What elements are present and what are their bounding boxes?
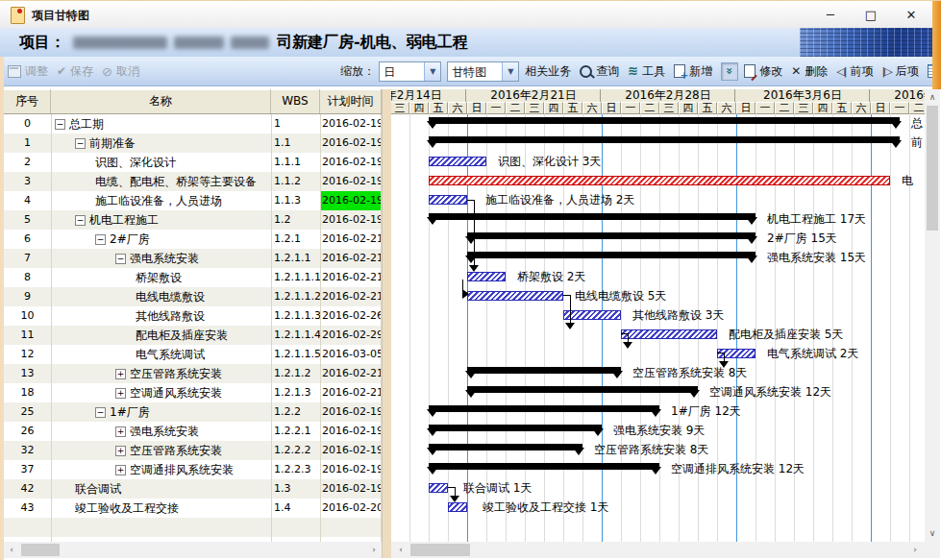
gantt-task-bar[interactable] <box>429 157 486 166</box>
scrollbar-thumb[interactable] <box>927 106 938 231</box>
timescale-day-cell: 六 <box>448 102 467 114</box>
zoom-select[interactable]: 日▼ <box>379 61 441 82</box>
gantt-summary-bar[interactable] <box>429 444 582 450</box>
add-button[interactable]: 新增 <box>674 63 712 80</box>
timescale-week-label: 2016年2月21日 <box>467 89 601 102</box>
row-seq: 18 <box>4 383 51 402</box>
gantt-summary-bar[interactable] <box>429 405 659 412</box>
header-decoration-building <box>800 28 932 57</box>
timescale-day-cell: 四 <box>679 102 698 114</box>
save-button[interactable]: ✔保存 <box>57 63 93 80</box>
table-row[interactable]: 12电气系统调试1.2.1.1.52016-03-05 <box>4 345 382 364</box>
column-header-3[interactable]: WBS <box>271 89 320 113</box>
expand-chevron-button[interactable]: » <box>721 62 738 81</box>
scrollbar-thumb[interactable] <box>21 544 60 556</box>
adjust-button[interactable]: 调整 <box>8 63 48 80</box>
gantt-summary-bar[interactable] <box>429 425 602 431</box>
gantt-task-bar[interactable] <box>717 349 755 358</box>
tools-button[interactable]: ≋工具 <box>628 63 665 80</box>
prev-item-button[interactable]: ◁|前项 <box>836 63 873 80</box>
expand-icon[interactable]: + <box>115 446 126 456</box>
gantt-vertical-scrollbar[interactable]: ∧ ∨ <box>925 89 940 542</box>
view-select[interactable]: 甘特图▼ <box>447 61 519 82</box>
scroll-right-icon[interactable]: › <box>366 542 382 558</box>
gantt-summary-bar[interactable] <box>429 117 900 124</box>
expand-icon[interactable]: + <box>115 369 126 379</box>
table-row[interactable]: 25−1#厂房1.2.22016-02-19 <box>4 402 382 422</box>
scrollbar-thumb[interactable] <box>410 544 470 556</box>
gantt-task-bar[interactable] <box>429 483 448 493</box>
related-business-button[interactable]: 相关业务 <box>525 63 571 80</box>
table-row[interactable]: 6−2#厂房1.2.12016-02-21 <box>4 230 382 249</box>
collapse-icon[interactable]: − <box>115 254 126 264</box>
table-row[interactable]: 18+空调通风系统安装1.2.1.32016-02-21 <box>4 383 382 402</box>
gantt-task-bar[interactable] <box>448 502 467 512</box>
collapse-icon[interactable]: − <box>95 407 106 418</box>
timescale-day-cell: 一 <box>621 102 640 114</box>
gantt-summary-bar[interactable] <box>429 463 659 470</box>
table-row[interactable]: 7−强电系统安装1.2.1.12016-02-21 <box>4 249 382 268</box>
gantt-task-bar[interactable] <box>429 195 467 205</box>
chevron-down-icon[interactable]: ▼ <box>502 62 518 81</box>
chevron-down-icon[interactable]: ▼ <box>424 62 440 81</box>
table-row[interactable]: 3电缆、配电柜、桥架等主要设备1.1.22016-02-19 <box>4 172 382 191</box>
table-row[interactable]: 13+空压管路系统安装1.2.1.22016-02-21 <box>4 364 382 383</box>
gantt-summary-bar[interactable] <box>429 213 755 220</box>
minimize-button[interactable]: ─ <box>810 1 851 28</box>
scroll-left-icon[interactable]: ‹ <box>393 542 409 558</box>
gantt-summary-bar[interactable] <box>467 367 621 374</box>
table-row[interactable]: 11配电柜及插座安装1.2.1.1.42016-02-29 <box>4 326 382 345</box>
gantt-summary-bar[interactable] <box>467 386 698 393</box>
gantt-task-bar[interactable] <box>563 310 621 320</box>
expand-icon[interactable]: + <box>115 388 126 399</box>
gantt-task-bar[interactable] <box>467 272 506 281</box>
task-table-panel: 序号名称WBS计划时间 0−总工期12016-02-191−前期准备1.1201… <box>4 89 382 542</box>
expand-icon[interactable]: + <box>115 465 126 475</box>
query-button[interactable]: 查询 <box>580 63 619 80</box>
table-row[interactable]: 9电线电缆敷设1.2.1.1.22016-02-21 <box>4 287 382 306</box>
table-row[interactable]: 8桥架敷设1.2.1.1.12016-02-21 <box>4 268 382 287</box>
gantt-task-bar[interactable] <box>467 291 563 301</box>
next-item-button[interactable]: |▷后项 <box>882 63 919 80</box>
maximize-button[interactable]: □ <box>851 1 891 28</box>
collapse-icon[interactable]: − <box>75 138 86 149</box>
delete-button[interactable]: ✕删除 <box>791 63 828 80</box>
cancel-button[interactable]: ⊘取消 <box>102 63 139 80</box>
panel-splitter[interactable] <box>382 89 391 558</box>
scroll-down-icon[interactable]: ∨ <box>925 525 940 541</box>
scroll-left-icon[interactable]: ‹ <box>4 542 19 558</box>
table-row[interactable]: 37+空调通排风系统安装1.2.2.32016-02-19 <box>4 460 382 479</box>
modify-button[interactable]: 修改 <box>744 63 782 80</box>
scroll-up-icon[interactable]: ∧ <box>925 89 940 105</box>
gantt-task-bar[interactable] <box>429 176 890 185</box>
expand-icon[interactable]: + <box>115 426 126 437</box>
table-row[interactable]: 26+强电系统安装1.2.2.12016-02-19 <box>4 422 382 441</box>
table-row[interactable]: 42联合调试1.32016-02-19 <box>4 479 382 499</box>
gantt-horizontal-scrollbar[interactable]: ‹ › <box>391 542 925 558</box>
column-header-2[interactable]: 名称 <box>51 89 271 113</box>
gantt-summary-bar[interactable] <box>467 252 755 258</box>
column-header-4[interactable]: 计划时间 <box>320 89 382 113</box>
table-row[interactable]: 0−总工期12016-02-19 <box>4 114 382 134</box>
collapse-icon[interactable]: − <box>75 215 86 226</box>
row-wbs: 1.2.1 <box>271 230 320 249</box>
collapse-icon[interactable]: − <box>95 234 106 245</box>
table-row[interactable]: 43竣工验收及工程交接1.42016-02-20 <box>4 499 382 518</box>
row-wbs: 1.2.2 <box>271 402 320 422</box>
gantt-summary-bar[interactable] <box>429 136 900 143</box>
table-row[interactable]: 5−机电工程施工1.22016-02-19 <box>4 210 382 230</box>
table-row[interactable]: 1−前期准备1.12016-02-19 <box>4 134 382 153</box>
gantt-task-bar[interactable] <box>621 329 717 339</box>
scroll-right-icon[interactable]: › <box>907 542 923 558</box>
table-row[interactable]: 4施工临设准备，人员进场1.1.32016-02-19 <box>4 191 382 210</box>
table-horizontal-scrollbar[interactable]: ‹ › <box>4 542 382 558</box>
table-row[interactable]: 10其他线路敷设1.2.1.1.32016-02-26 <box>4 306 382 326</box>
timescale-day-cell: 四 <box>544 102 563 114</box>
table-row[interactable]: 2识图、深化设计1.1.12016-02-19 <box>4 153 382 172</box>
gantt-summary-bar[interactable] <box>467 232 755 239</box>
collapse-icon[interactable]: − <box>55 119 65 130</box>
close-button[interactable]: ✕ <box>891 1 931 28</box>
table-row[interactable]: 32+空压管路系统安装1.2.2.22016-02-19 <box>4 441 382 460</box>
gantt-bar-label: 电 <box>902 174 913 187</box>
column-header-1[interactable]: 序号 <box>4 89 51 113</box>
